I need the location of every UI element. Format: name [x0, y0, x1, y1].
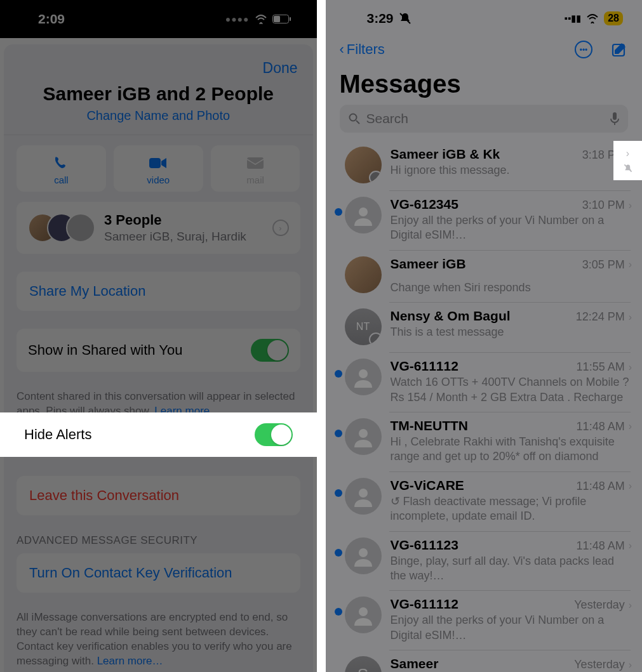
conversation-row[interactable]: VG-6123453:10 PM›Enjoy all the perks of …	[326, 190, 643, 250]
conversation-preview: Hi ignore this message.	[391, 163, 632, 178]
svg-rect-1	[274, 16, 280, 22]
avatar	[345, 478, 382, 515]
conversation-row[interactable]: VG-ViCARE11:48 AM›↺ Flash deactivate mes…	[326, 471, 643, 531]
wifi-icon	[586, 14, 599, 23]
bell-slash-icon	[399, 12, 411, 25]
chevron-right-icon: ›	[629, 421, 632, 432]
conversation-time: 11:48 AM	[577, 539, 625, 553]
conversation-time: Yesterday	[574, 598, 624, 612]
call-button[interactable]: call	[17, 145, 106, 192]
unread-indicator	[332, 537, 345, 557]
ckv-footer-text: All iMessage conversations are encrypted…	[17, 610, 300, 669]
shared-with-you-label: Show in Shared with You	[28, 342, 182, 359]
avatar	[345, 418, 382, 455]
svg-point-8	[359, 208, 368, 216]
group-avatars	[28, 213, 95, 242]
advanced-security-header: ADVANCED MESSAGE SECURITY	[17, 534, 300, 547]
chevron-right-icon: ›	[629, 659, 632, 671]
avatar	[345, 147, 382, 183]
conversation-preview: Change when Siri responds	[391, 280, 632, 295]
contact-key-verification-button[interactable]: Turn On Contact Key Verification	[17, 553, 300, 593]
conversation-preview: Hi , Celebrate Rakhi with Tanishq's exqu…	[391, 435, 632, 464]
conversation-preview: This is a test message	[391, 325, 632, 339]
more-circle-button[interactable]: •••	[575, 41, 592, 58]
hide-alerts-highlight: Hide Alerts	[0, 412, 317, 457]
mic-icon	[610, 112, 619, 125]
chevron-left-icon: ‹	[340, 41, 344, 58]
clock: 3:29	[367, 11, 394, 26]
shared-with-you-toggle[interactable]	[251, 339, 289, 362]
cell-signal-icon: ▪▪▮▮	[565, 13, 582, 24]
search-field[interactable]: Search	[340, 105, 629, 133]
share-location-button[interactable]: Share My Location	[17, 272, 300, 311]
hide-alerts-toggle[interactable]	[255, 423, 293, 446]
people-card[interactable]: 3 People Sameer iGB, Suraj, Hardik ›	[17, 202, 300, 254]
avatar	[345, 359, 382, 395]
svg-rect-7	[613, 112, 617, 120]
left-screenshot: 2:09 ●●●● Done Sameer iGB and 2 People C…	[0, 0, 317, 672]
svg-point-9	[359, 369, 368, 378]
group-title: Sameer iGB and 2 People	[14, 83, 303, 105]
conversation-name: Sameer	[391, 656, 439, 671]
conversation-preview: Watch 16 OTTs + 400TV Channels on Mobile…	[391, 375, 632, 405]
unread-indicator	[332, 197, 345, 216]
compose-button[interactable]	[610, 41, 628, 58]
avatar: NT	[345, 308, 382, 345]
conversation-time: 11:48 AM	[577, 420, 625, 433]
muted-indicator-highlight: ›	[613, 141, 642, 180]
chevron-right-icon: ›	[629, 362, 632, 373]
chevron-right-icon: ›	[629, 312, 632, 323]
status-bar: 2:09 ●●●●	[0, 0, 317, 38]
svg-rect-3	[149, 158, 161, 168]
clock: 2:09	[38, 11, 65, 27]
cell-dots: ●●●●	[225, 14, 250, 24]
svg-rect-2	[290, 17, 291, 21]
svg-rect-4	[247, 157, 264, 169]
conversation-row[interactable]: VG-61111211:55 AM›Watch 16 OTTs + 400TV …	[326, 352, 643, 412]
avatar: S	[345, 656, 382, 672]
conversation-row[interactable]: VG-611112Yesterday›Enjoy all the perks o…	[326, 590, 643, 650]
svg-point-11	[359, 489, 368, 497]
conversation-row[interactable]: SSameerYesterday›It's been a long time	[326, 650, 643, 672]
chevron-right-icon: ›	[272, 220, 289, 236]
conversation-time: 11:55 AM	[577, 360, 625, 374]
learn-more-link[interactable]: Learn more…	[97, 655, 163, 667]
conversation-row[interactable]: Sameer iGB3:05 PM›Change when Siri respo…	[326, 250, 643, 302]
avatar	[345, 197, 382, 234]
change-name-photo-link[interactable]: Change Name and Photo	[14, 109, 303, 123]
unread-indicator	[332, 308, 345, 320]
status-bar: 3:29 ▪▪▮▮ 28	[326, 0, 643, 37]
video-button[interactable]: video	[114, 145, 203, 192]
chevron-right-icon: ›	[629, 200, 632, 211]
mail-icon	[211, 154, 300, 172]
conversation-row[interactable]: Sameer iGB & Kk3:18 PM›Hi ignore this me…	[326, 140, 643, 190]
conversation-row[interactable]: NTNensy & Om Bagul12:24 PM›This is a tes…	[326, 302, 643, 352]
messages-title: Messages	[326, 61, 643, 105]
call-label: call	[17, 175, 106, 185]
mail-button: mail	[211, 145, 300, 192]
conversation-time: 3:10 PM	[582, 199, 625, 212]
avatar	[345, 537, 382, 574]
chevron-right-icon: ›	[629, 600, 632, 611]
contact-sheet: Done Sameer iGB and 2 People Change Name…	[4, 44, 313, 672]
bell-slash-icon	[623, 163, 633, 173]
leave-conversation-button[interactable]: Leave this Conversation	[17, 476, 300, 515]
conversation-row[interactable]: TM-NEUTTN11:48 AM›Hi , Celebrate Rakhi w…	[326, 412, 643, 471]
chevron-right-icon: ›	[626, 148, 629, 159]
done-button[interactable]: Done	[263, 60, 298, 77]
phone-icon	[17, 154, 106, 172]
conversation-preview: ↺ Flash deactivate message; Vi profile i…	[391, 494, 632, 524]
conversation-preview: Enjoy all the perks of your Vi Number on…	[391, 613, 632, 643]
back-filters-button[interactable]: ‹Filters	[340, 41, 385, 58]
mail-label: mail	[211, 175, 300, 185]
conversation-time: Yesterday	[574, 658, 624, 671]
conversation-time: 11:48 AM	[577, 480, 625, 493]
conversation-name: VG-611112	[391, 596, 458, 612]
unread-indicator	[332, 359, 345, 378]
conversation-row[interactable]: VG-61112311:48 AM›Binge, play, surf all …	[326, 531, 643, 591]
chevron-right-icon: ›	[629, 259, 632, 270]
people-count: 3 People	[104, 212, 264, 228]
conversation-preview: Enjoy all the perks of your Vi Number on…	[391, 213, 632, 243]
video-label: video	[114, 175, 203, 185]
search-placeholder: Search	[366, 111, 605, 126]
